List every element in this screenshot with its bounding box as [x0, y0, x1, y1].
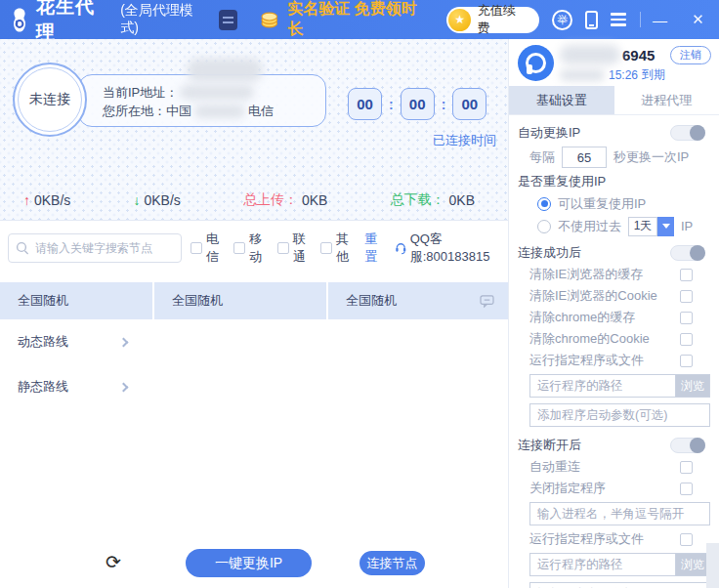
- option-label: 清除chrome的缓存: [529, 309, 635, 326]
- reset-filter-link[interactable]: 重置: [364, 231, 386, 266]
- blur-mask: [188, 59, 262, 82]
- connect-program-args-input[interactable]: [529, 403, 710, 427]
- clear-chrome-cache-option[interactable]: 清除chrome的缓存: [518, 307, 710, 328]
- node-column-header[interactable]: 全国随机: [154, 282, 326, 319]
- disconnect-program-path-input[interactable]: [529, 553, 676, 576]
- change-ip-button[interactable]: 一键更换IP: [186, 549, 312, 577]
- checkbox-icon: [680, 355, 693, 367]
- checkbox-icon: [277, 242, 289, 254]
- reuse-yes-label: 可以重复使用IP: [558, 195, 646, 213]
- node-filter-bar: 电信 移动 联通 其他 重置: [0, 221, 508, 275]
- connect-browse-button[interactable]: 浏览: [676, 374, 710, 398]
- activity-icon[interactable]: 举: [552, 10, 572, 30]
- node-column-label: 全国随机: [346, 292, 397, 310]
- disconnect-browse-button[interactable]: 浏览: [676, 553, 710, 576]
- node-row-static[interactable]: 静态路线: [0, 364, 152, 409]
- qq-support-link[interactable]: QQ客服:800183815: [395, 231, 504, 266]
- close-button[interactable]: ✕: [677, 11, 719, 28]
- checkbox-icon: [320, 242, 332, 254]
- connection-status-text: 未连接: [29, 91, 70, 108]
- connect-node-button[interactable]: 连接节点: [360, 551, 425, 575]
- promo-text: 实名验证 免费领时长: [287, 0, 429, 40]
- timer-caption: 已连接时间: [433, 132, 496, 149]
- reuse-no-option[interactable]: 不使用过去 1天 IP: [518, 215, 710, 237]
- clear-ie-cookie-option[interactable]: 清除IE浏览器的Cookie: [518, 285, 710, 307]
- chevron-down-icon: [657, 217, 674, 236]
- process-names-input[interactable]: [529, 502, 710, 525]
- clear-ie-cache-option[interactable]: 清除IE浏览器的缓存: [518, 264, 710, 285]
- timer-hours: 00: [348, 88, 382, 120]
- minimize-button[interactable]: —: [643, 12, 677, 28]
- chevron-right-icon: [119, 337, 129, 347]
- realname-promo-link[interactable]: 实名验证 免费领时长: [261, 0, 429, 40]
- carrier-filter-unicom[interactable]: 联通: [277, 231, 312, 266]
- carrier-filter-mobile[interactable]: 移动: [233, 231, 268, 266]
- settings-panel: 6945 注销 15:26 到期 基础设置 进程代理 自动更换IP: [508, 39, 719, 588]
- radio-selected-icon: [537, 197, 551, 211]
- recharge-button[interactable]: ★ 充值续费: [446, 7, 539, 33]
- tab-basic-settings[interactable]: 基础设置: [509, 86, 614, 114]
- menu-icon[interactable]: [611, 13, 626, 26]
- total-upload-value: 0KB: [302, 192, 327, 208]
- app-window: 花生代理 (全局代理模式) 实名验证 免费领时长 ★ 充值续费 举 — ✕: [0, 0, 719, 588]
- avatar: [518, 45, 554, 81]
- option-label: 清除IE浏览器的Cookie: [529, 287, 657, 305]
- location-label: 您所在地：中国: [103, 102, 191, 120]
- search-input[interactable]: [8, 233, 182, 263]
- run-program-on-disconnect-option[interactable]: 运行指定程序或文件: [518, 528, 710, 550]
- connection-status-badge: 未连接: [13, 63, 87, 137]
- after-connect-toggle[interactable]: [670, 245, 705, 261]
- carrier-label: 电信: [206, 231, 225, 266]
- node-table: 全国随机 全国随机 全国随机 动态路线: [0, 282, 508, 409]
- scrollbar-thumb[interactable]: [706, 543, 719, 588]
- expiry-time: 15:26: [609, 68, 638, 82]
- checkbox-icon: [680, 483, 693, 495]
- carrier-filter-other[interactable]: 其他: [320, 231, 355, 266]
- clear-chrome-cookie-option[interactable]: 清除chrome的Cookie: [518, 328, 710, 350]
- download-arrow-icon: ↓: [133, 192, 140, 208]
- auto-reconnect-option[interactable]: 自动重连: [518, 456, 710, 478]
- connected-timer: 00 : 00 : 00: [348, 88, 486, 120]
- account-area: 6945 注销 15:26 到期: [509, 39, 719, 86]
- account-id: 6945: [622, 47, 655, 63]
- duration-select[interactable]: 1天: [628, 217, 674, 236]
- total-upload-label: 总上传：: [243, 191, 298, 209]
- disconnect-program-args-input[interactable]: [529, 582, 710, 588]
- expiry-label: 到期: [642, 66, 665, 83]
- total-download-label: 总下载：: [391, 191, 445, 209]
- node-row-dynamic[interactable]: 动态路线: [0, 319, 152, 364]
- connect-program-path-input[interactable]: [529, 374, 676, 398]
- refresh-icon[interactable]: ⟳: [106, 551, 121, 573]
- star-icon: ★: [448, 9, 470, 31]
- radio-unselected-icon: [537, 220, 551, 233]
- interval-input[interactable]: [562, 147, 607, 168]
- option-label: 运行指定程序或文件: [529, 352, 644, 369]
- reuse-yes-option[interactable]: 可以重复使用IP: [518, 192, 710, 215]
- chevron-right-icon: [119, 382, 129, 392]
- close-process-option[interactable]: 关闭指定程序: [518, 478, 710, 499]
- auto-change-ip-toggle[interactable]: [670, 125, 705, 141]
- option-label: 自动重连: [529, 458, 580, 476]
- mobile-icon[interactable]: [585, 11, 598, 29]
- node-column-header[interactable]: 全国随机: [0, 282, 152, 319]
- node-search: [8, 233, 182, 263]
- after-connect-label: 连接成功后: [518, 244, 581, 262]
- current-ip-label: 当前IP地址：: [103, 83, 178, 102]
- location-blur-mask: [194, 105, 245, 118]
- checkbox-icon: [680, 533, 693, 546]
- carrier-filter-telecom[interactable]: 电信: [190, 231, 225, 266]
- run-program-on-connect-option[interactable]: 运行指定程序或文件: [518, 350, 710, 371]
- node-column-label: 全国随机: [172, 292, 223, 310]
- ip-blur-mask: [180, 85, 254, 100]
- feedback-icon[interactable]: [480, 295, 494, 308]
- after-disconnect-toggle[interactable]: [670, 438, 705, 453]
- checkbox-icon: [233, 242, 245, 254]
- certificate-icon[interactable]: [219, 10, 237, 30]
- node-column-header[interactable]: 全国随机: [328, 282, 508, 319]
- reuse-no-suffix: IP: [681, 219, 693, 233]
- after-disconnect-label: 连接断开后: [518, 437, 581, 454]
- upload-arrow-icon: ↑: [23, 192, 30, 208]
- tab-process-proxy[interactable]: 进程代理: [614, 86, 719, 114]
- logout-button[interactable]: 注销: [670, 46, 711, 64]
- location-isp: 电信: [248, 102, 274, 120]
